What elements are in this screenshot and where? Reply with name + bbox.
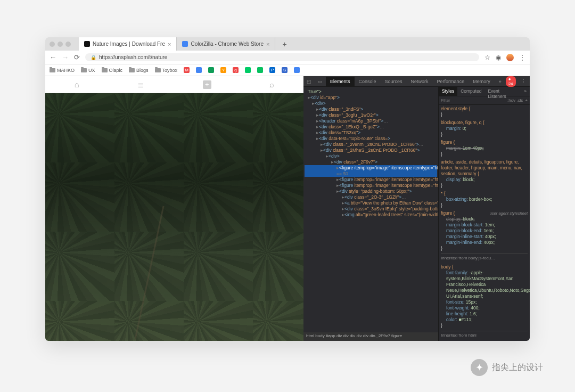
reload-button[interactable]: ⟳ — [74, 53, 80, 61]
titlebar: Nature Images | Download Fre×ColorZilla … — [45, 37, 530, 51]
styles-more[interactable]: » — [521, 87, 530, 96]
search-icon[interactable]: ⌕ — [269, 80, 274, 89]
crumb[interactable]: div — [350, 333, 355, 338]
css-rules[interactable]: element.style {}blockquote, figure, q {m… — [439, 105, 530, 341]
stack-icon[interactable]: ≣ — [137, 80, 144, 89]
crumb[interactable]: #app — [326, 333, 335, 338]
address-bar: ← → ⟳ 🔒 https://unsplash.com/t/nature ☆ … — [45, 51, 530, 64]
crumb[interactable]: div — [356, 333, 362, 338]
devtools-close[interactable]: ✕ — [529, 79, 530, 84]
watermark-text: 指尖上的设计 — [492, 362, 543, 373]
wechat-icon: ✦ — [471, 359, 488, 376]
devtools-tab[interactable]: Memory — [469, 77, 495, 86]
styles-pane: StylesComputedEvent Listeners» :hov .cls… — [438, 87, 530, 341]
bookmark-item[interactable] — [245, 67, 251, 73]
avatar-icon[interactable] — [506, 54, 514, 61]
bookmark-item[interactable]: g — [233, 67, 239, 73]
devtools-tab[interactable]: Elements — [326, 77, 355, 86]
breadcrumb[interactable]: html body #app div div div div div div._… — [303, 332, 438, 341]
bookmark-item[interactable] — [208, 67, 214, 73]
crumb[interactable]: html — [306, 333, 314, 338]
bookmark-item[interactable] — [257, 67, 263, 73]
toolbar-right: ☆ ◉ ⋮ — [484, 54, 525, 61]
devtools-panel: ◰ ▭ ElementsConsoleSourcesNetworkPerform… — [303, 76, 530, 341]
browser-tab[interactable]: ColorZilla - Chrome Web Store× — [177, 37, 275, 51]
url-field[interactable]: 🔒 https://unsplash.com/t/nature — [85, 53, 479, 61]
crumb[interactable]: div — [336, 333, 342, 338]
devtools-tab[interactable]: Sources — [381, 77, 407, 86]
close-tab-icon[interactable]: × — [266, 41, 269, 47]
page-content: ⌂ ≣ + ⌕ — [45, 76, 303, 341]
styles-tab[interactable]: Event Listeners — [484, 87, 521, 96]
add-icon[interactable]: + — [203, 80, 211, 89]
star-icon[interactable]: ☆ — [484, 54, 490, 61]
hero-image-forest — [45, 93, 303, 341]
bookmark-item[interactable] — [294, 67, 300, 73]
bookmarks-bar: MAHKOUXOlapicBlogsToyboxMYgPS — [45, 64, 530, 76]
new-tab-button[interactable]: + — [278, 40, 291, 48]
styles-tab[interactable]: Computed — [457, 87, 484, 96]
bookmark-item[interactable]: Olapic — [102, 68, 123, 73]
browser-tab[interactable]: Nature Images | Download Fre× — [79, 37, 177, 51]
add-rule-icon[interactable]: + — [525, 98, 528, 103]
crumb[interactable]: figure — [391, 333, 402, 338]
traffic-close[interactable] — [50, 42, 55, 47]
watermark: ✦ 指尖上的设计 — [471, 359, 543, 376]
devtools-tab[interactable]: Console — [355, 77, 381, 86]
crumb[interactable]: body — [315, 333, 324, 338]
crumb[interactable]: div — [343, 333, 348, 338]
home-icon[interactable]: ⌂ — [75, 80, 79, 89]
bookmark-item[interactable]: Y — [220, 67, 226, 73]
styles-tab[interactable]: Styles — [439, 87, 457, 96]
browser-tabs: Nature Images | Download Fre×ColorZilla … — [79, 37, 275, 51]
bookmark-item[interactable]: S — [282, 67, 288, 73]
lock-icon: 🔒 — [91, 55, 96, 60]
forward-button[interactable]: → — [62, 53, 69, 61]
crumb[interactable]: div — [363, 333, 368, 338]
content-row: ⌂ ≣ + ⌕ ◰ ▭ ElementsConsoleSourcesNetwor… — [45, 76, 530, 341]
hov-toggle[interactable]: :hov .cls — [507, 98, 523, 103]
traffic-min[interactable] — [58, 42, 63, 47]
devtools-menu[interactable]: ⋮ — [518, 79, 529, 84]
browser-window: Nature Images | Download Fre×ColorZilla … — [45, 37, 530, 341]
bookmark-item[interactable]: P — [269, 67, 275, 73]
site-nav: ⌂ ≣ + ⌕ — [45, 76, 303, 93]
devtools-panes: "true">▸<div id="app">▸<div>▸<div class=… — [303, 87, 530, 341]
crumb[interactable]: div._2F9v7 — [369, 333, 390, 338]
devtools-tab[interactable]: Performance — [433, 77, 469, 86]
back-button[interactable]: ← — [50, 53, 56, 61]
inspect-icon[interactable]: ◰ — [303, 79, 315, 84]
url-text: https://unsplash.com/t/nature — [99, 54, 167, 60]
bookmark-item[interactable]: MAHKO — [50, 68, 75, 73]
traffic-max[interactable] — [65, 42, 71, 47]
styles-filter: :hov .cls + — [439, 96, 530, 105]
close-tab-icon[interactable]: × — [168, 41, 171, 47]
devtools-tab[interactable]: Network — [407, 77, 433, 86]
menu-icon[interactable]: ⋮ — [519, 54, 525, 61]
bookmark-item[interactable]: Toybox — [155, 68, 178, 73]
bookmark-item[interactable]: UX — [81, 68, 95, 73]
more-tabs[interactable]: » — [495, 77, 506, 86]
styles-tabs: StylesComputedEvent Listeners» — [439, 87, 530, 96]
devtools-tabbar: ◰ ▭ ElementsConsoleSourcesNetworkPerform… — [303, 76, 530, 87]
error-badge[interactable]: ● 24 — [506, 76, 516, 87]
filter-input[interactable] — [441, 98, 467, 103]
bookmark-item[interactable] — [196, 67, 202, 73]
bookmark-item[interactable]: M — [184, 67, 190, 73]
extension-icon[interactable]: ◉ — [496, 54, 501, 61]
device-icon[interactable]: ▭ — [315, 79, 326, 84]
bookmark-item[interactable]: Blogs — [129, 68, 149, 73]
dom-tree[interactable]: "true">▸<div id="app">▸<div>▸<div class=… — [303, 87, 438, 332]
